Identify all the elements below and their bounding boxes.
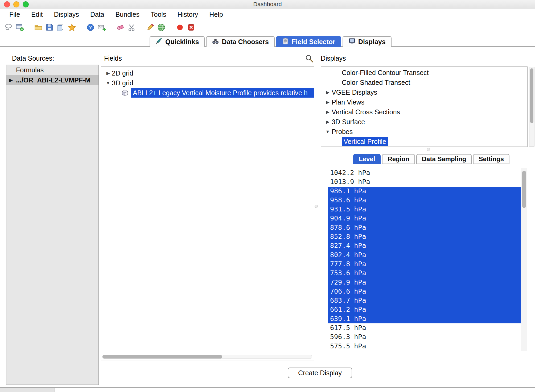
tab-field-selector[interactable]: Field Selector (276, 36, 341, 47)
data-source-item[interactable]: .../OR_ABI-L2-LVMPF-M (6, 75, 98, 85)
tree-item[interactable]: VGEE Displays (321, 87, 527, 97)
tree-item[interactable]: Color-Filled Contour Transect (321, 68, 527, 78)
level-item[interactable]: 661.2 hPa (328, 305, 521, 314)
tree-item-label: 3D grid (112, 79, 133, 87)
pencil-icon[interactable] (145, 23, 155, 32)
fields-horizontal-scrollbar[interactable] (102, 355, 312, 359)
level-item[interactable]: 986.1 hPa (328, 187, 521, 196)
tree-item[interactable]: ABI L2+ Legacy Vertical Moisture Profile… (101, 88, 314, 98)
tab-label: Data Choosers (222, 38, 269, 46)
tree-item-label: Plan Views (332, 98, 364, 106)
main-tab-bar: Quicklinks Data Choosers Field Selector … (150, 36, 392, 47)
data-source-item[interactable]: Formulas (6, 65, 98, 75)
expander-icon[interactable] (324, 99, 332, 105)
eraser-icon[interactable] (116, 23, 125, 32)
menu-item[interactable]: Data (85, 11, 110, 18)
bottom-divider (0, 387, 535, 388)
save-icon[interactable] (45, 23, 54, 32)
help-icon[interactable]: ? (86, 23, 95, 32)
expander-icon[interactable] (104, 81, 112, 86)
scrollbar-thumb[interactable] (102, 355, 222, 358)
tree-item[interactable]: Color-Shaded Transect (321, 78, 527, 87)
level-item[interactable]: 777.8 hPa (328, 260, 521, 269)
expander-icon[interactable] (324, 119, 332, 125)
level-item[interactable]: 729.9 hPa (328, 278, 521, 287)
level-item[interactable]: 802.4 hPa (328, 251, 521, 260)
settings-tab[interactable]: Level (353, 154, 381, 164)
expander-icon[interactable] (324, 90, 332, 95)
level-list-scrollbar[interactable] (521, 168, 527, 351)
displays-vertical-scrollbar[interactable] (529, 67, 534, 147)
level-item[interactable]: 904.9 hPa (328, 214, 521, 223)
level-item[interactable]: 639.1 hPa (328, 314, 521, 323)
level-item[interactable]: 931.5 hPa (328, 205, 521, 214)
new-window-icon[interactable] (15, 23, 24, 32)
fields-heading: Fields (104, 55, 122, 62)
level-item[interactable]: 852.8 hPa (328, 232, 521, 241)
level-item[interactable]: 596.3 hPa (328, 332, 521, 341)
tree-item[interactable]: Vertical Profile (321, 137, 527, 147)
field-settings-tab-bar: Level Region Data Sampling Settings (353, 154, 509, 164)
level-rows: 1042.2 hPa 1013.9 hPa 986.1 hPa 958.6 hP… (328, 168, 527, 351)
tree-item[interactable]: 3D grid (101, 78, 314, 88)
level-item[interactable]: 753.6 hPa (328, 269, 521, 278)
expander-icon[interactable] (104, 70, 112, 76)
svg-text:?: ? (89, 25, 92, 30)
tree-item[interactable]: 3D Surface (321, 117, 527, 127)
displays-tree: Color-Filled Contour Transect Color-Shad… (321, 68, 527, 147)
open-folder-icon[interactable] (34, 23, 43, 32)
mail-forward-icon[interactable] (97, 23, 106, 32)
level-item[interactable]: 706.6 hPa (328, 287, 521, 296)
level-item[interactable]: 1013.9 hPa (328, 177, 521, 186)
level-item[interactable]: 827.4 hPa (328, 241, 521, 250)
favorite-star-icon[interactable] (67, 23, 77, 32)
globe-icon[interactable] (157, 23, 166, 32)
tab-data-choosers[interactable]: Data Choosers (206, 36, 274, 47)
scrollbar-thumb[interactable] (530, 68, 533, 123)
menu-item[interactable]: History (172, 11, 204, 18)
tree-item[interactable]: Probes (321, 127, 527, 137)
expander-icon[interactable] (324, 109, 332, 115)
tree-item-label: ABI L2+ Legacy Vertical Moisture Profile… (131, 88, 314, 98)
menu-item[interactable]: Help (204, 11, 228, 18)
level-item[interactable]: 575.5 hPa (328, 342, 521, 351)
level-item[interactable]: 617.5 hPa (328, 323, 521, 332)
tree-item-label: 2D grid (112, 69, 133, 77)
lasso-icon[interactable] (4, 23, 13, 32)
level-item[interactable]: 1042.2 hPa (328, 168, 521, 177)
create-display-button[interactable]: Create Display (288, 368, 352, 378)
level-item[interactable]: 683.7 hPa (328, 296, 521, 305)
scrollbar-thumb[interactable] (522, 171, 526, 208)
splitter-handle[interactable] (427, 148, 430, 151)
stop-circle-icon[interactable] (175, 23, 185, 32)
settings-tab[interactable]: Data Sampling (416, 154, 472, 164)
tab-quicklinks[interactable]: Quicklinks (150, 36, 205, 47)
tab-label: Displays (358, 38, 386, 46)
splitter-handle[interactable] (315, 205, 318, 208)
settings-tab[interactable]: Settings (473, 154, 509, 164)
magnifier-icon[interactable] (305, 54, 314, 63)
cancel-x-icon[interactable] (186, 23, 196, 32)
tree-item-label: Color-Shaded Transect (342, 79, 410, 86)
tree-item[interactable]: Plan Views (321, 97, 527, 107)
copy-icon[interactable] (56, 23, 65, 32)
settings-tab[interactable]: Region (382, 154, 415, 164)
tab-displays[interactable]: Displays (343, 36, 392, 47)
scissors-icon[interactable] (127, 23, 136, 32)
menu-item[interactable]: Displays (48, 11, 84, 18)
tree-item[interactable]: Vertical Cross Sections (321, 107, 527, 117)
status-bar-corner (0, 388, 55, 392)
menu-item[interactable]: File (4, 11, 26, 18)
menu-item[interactable]: Tools (145, 11, 172, 18)
expander-icon[interactable] (324, 129, 332, 135)
tree-item-label: Vertical Cross Sections (332, 108, 400, 116)
level-item[interactable]: 958.6 hPa (328, 196, 521, 205)
tree-item[interactable]: 2D grid (101, 68, 314, 78)
level-item[interactable]: 878.6 hPa (328, 223, 521, 232)
menu-item[interactable]: Bundles (110, 11, 145, 18)
displays-heading: Displays (321, 55, 346, 62)
menu-item[interactable]: Edit (26, 11, 48, 18)
expander-icon[interactable] (9, 77, 16, 83)
binoculars-icon (212, 37, 219, 46)
monitor-icon (348, 37, 356, 46)
